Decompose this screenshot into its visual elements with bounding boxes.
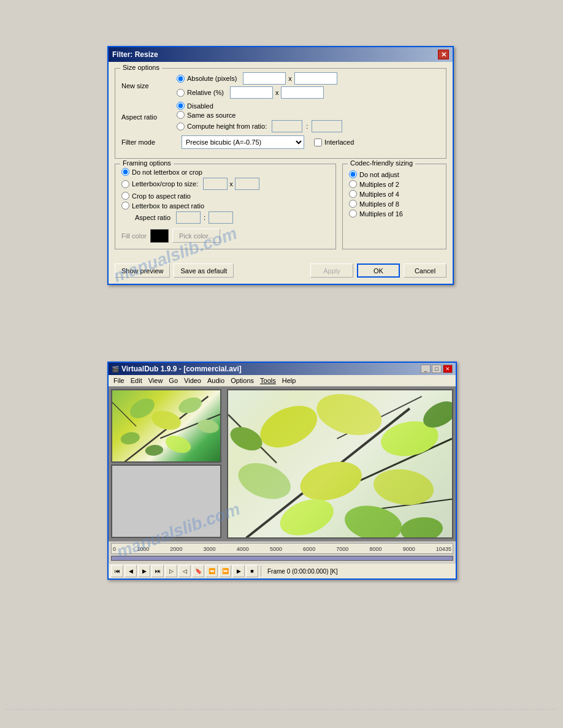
- letterbox-h-input[interactable]: 240: [235, 178, 259, 190]
- tick-0: 0: [113, 546, 116, 552]
- multiples-16-label: Multiples of 16: [359, 210, 403, 218]
- pick-color-button[interactable]: Pick color...: [172, 229, 220, 243]
- same-as-source-radio[interactable]: [177, 111, 185, 119]
- goto-start-button[interactable]: ⏮: [111, 565, 123, 577]
- svg-point-6: [196, 418, 220, 434]
- letterbox-size-radio[interactable]: [121, 180, 129, 188]
- relative-label: Relative (%): [187, 89, 224, 96]
- tick-2000: 2000: [170, 546, 182, 552]
- dialog-body: Size options New size Absolute (pixels) …: [109, 62, 453, 260]
- absolute-radio[interactable]: [177, 75, 185, 83]
- ratio-h-input[interactable]: 3: [312, 120, 342, 132]
- tick-9000: 9000: [403, 546, 415, 552]
- codec-options: Do not adjust Multiples of 2 Multiples o…: [349, 168, 440, 218]
- menu-audio[interactable]: Audio: [205, 376, 227, 385]
- disabled-radio[interactable]: [177, 102, 185, 110]
- multiples-8-radio[interactable]: [349, 200, 357, 208]
- do-not-adjust-row: Do not adjust: [349, 170, 440, 178]
- framing-options-label: Framing options: [120, 159, 174, 167]
- menu-view[interactable]: View: [146, 376, 166, 385]
- disabled-label: Disabled: [187, 102, 213, 110]
- framing-aspect-label: Aspect ratio: [135, 214, 170, 221]
- vdub-content: [109, 387, 456, 541]
- source-preview-leaves: [112, 390, 220, 462]
- framing-aspect-h[interactable]: 3: [209, 211, 233, 224]
- tick-4000: 4000: [237, 546, 249, 552]
- close-button[interactable]: ✕: [438, 50, 449, 59]
- multiples-2-radio[interactable]: [349, 180, 357, 188]
- new-size-row: New size Absolute (pixels) 704 x 480: [121, 72, 440, 99]
- mark-out-button[interactable]: ◁: [178, 565, 191, 577]
- menu-help[interactable]: Help: [280, 376, 299, 385]
- framing-aspect-colon: :: [204, 214, 205, 221]
- vdub-left-panel: [111, 389, 224, 539]
- frame-info: Frame 0 (0:00:00.000) [K]: [267, 568, 338, 575]
- interlaced-label: Interlaced: [324, 138, 354, 146]
- ruler-ticks: 0 1000 2000 3000 4000 5000 6000 7000 800…: [112, 546, 453, 552]
- menu-options[interactable]: Options: [228, 376, 256, 385]
- menu-video[interactable]: Video: [182, 376, 204, 385]
- relative-radio[interactable]: [177, 89, 185, 97]
- step-back-button[interactable]: ◀: [124, 565, 137, 577]
- add-marker-button[interactable]: 🔖: [192, 565, 204, 577]
- menu-go[interactable]: Go: [166, 376, 180, 385]
- cancel-button[interactable]: Cancel: [404, 264, 446, 278]
- same-as-source-label: Same as source: [187, 112, 236, 119]
- aspect-ratio-label: Aspect ratio: [121, 113, 177, 121]
- goto-end-button[interactable]: ⏭: [151, 565, 164, 577]
- svg-point-7: [120, 431, 140, 446]
- fill-color-swatch[interactable]: [150, 229, 169, 243]
- apply-button[interactable]: Apply: [310, 264, 353, 278]
- timeline-track[interactable]: [111, 556, 453, 561]
- letterbox-aspect-radio[interactable]: [121, 202, 129, 210]
- vdub-title-buttons: _ □ ✕: [421, 365, 453, 373]
- rel-width-input[interactable]: 195.556: [230, 86, 273, 99]
- fill-color-row: Fill color Pick color...: [121, 229, 329, 243]
- no-letterbox-label: Do not letterbox or crop: [132, 169, 202, 176]
- play-button[interactable]: ▶: [232, 565, 245, 577]
- virtualdub-window: 🎬 VirtualDub 1.9.9 - [commercial.avi] _ …: [107, 362, 457, 580]
- menu-tools[interactable]: Tools: [258, 376, 278, 385]
- show-preview-button[interactable]: Show preview: [115, 264, 170, 278]
- step-fwd-button[interactable]: ▶: [138, 565, 150, 577]
- prev-frame-button[interactable]: ⏪: [205, 565, 218, 577]
- vdub-maximize-button[interactable]: □: [432, 365, 442, 373]
- vdub-main-preview: [227, 389, 453, 539]
- do-not-adjust-radio[interactable]: [349, 170, 357, 178]
- timeline-ruler[interactable]: 0 1000 2000 3000 4000 5000 6000 7000 800…: [111, 543, 453, 554]
- width-input[interactable]: 704: [243, 72, 286, 85]
- letterbox-size-label: Letterbox/crop to size:: [132, 180, 198, 188]
- multiples-16-row: Multiples of 16: [349, 210, 440, 218]
- tick-5000: 5000: [270, 546, 282, 552]
- rel-height-input[interactable]: 200: [281, 86, 324, 99]
- vdub-minimize-button[interactable]: _: [421, 365, 431, 373]
- ratio-w-input[interactable]: 4: [272, 120, 302, 132]
- filter-mode-label: Filter mode: [121, 138, 177, 146]
- save-default-button[interactable]: Save as default: [174, 264, 234, 278]
- filter-mode-dropdown[interactable]: Precise bicubic (A=-0.75): [182, 135, 304, 149]
- letterbox-w-input[interactable]: 320: [203, 178, 228, 190]
- no-letterbox-radio[interactable]: [121, 168, 129, 176]
- svg-point-8: [163, 433, 193, 457]
- menu-edit[interactable]: Edit: [128, 376, 145, 385]
- framing-aspect-w[interactable]: 4: [176, 211, 201, 224]
- toolbar-separator: [261, 566, 261, 577]
- vdub-close-button[interactable]: ✕: [443, 365, 453, 373]
- multiples-4-radio[interactable]: [349, 190, 357, 198]
- next-frame-button[interactable]: ⏩: [219, 565, 231, 577]
- dialog-titlebar: Filter: Resize ✕: [109, 47, 453, 62]
- interlaced-checkbox[interactable]: [314, 138, 322, 146]
- compute-height-radio[interactable]: [177, 123, 185, 131]
- compute-height-radio-row: Compute height from ratio: 4 : 3: [177, 120, 342, 132]
- framing-options-group: Framing options Do not letterbox or crop…: [115, 164, 336, 249]
- ok-button[interactable]: OK: [357, 264, 400, 278]
- mark-in-button[interactable]: ▷: [165, 565, 177, 577]
- height-input[interactable]: 480: [294, 72, 337, 85]
- menu-file[interactable]: File: [111, 376, 127, 385]
- crop-aspect-radio[interactable]: [121, 192, 129, 200]
- letterbox-size-inputs: 320 x 240: [203, 178, 259, 190]
- tick-6000: 6000: [303, 546, 315, 552]
- multiples-16-radio[interactable]: [349, 210, 357, 218]
- aspect-ratio-options: Disabled Same as source Compute height f…: [177, 102, 342, 132]
- stop-button[interactable]: ■: [246, 565, 258, 577]
